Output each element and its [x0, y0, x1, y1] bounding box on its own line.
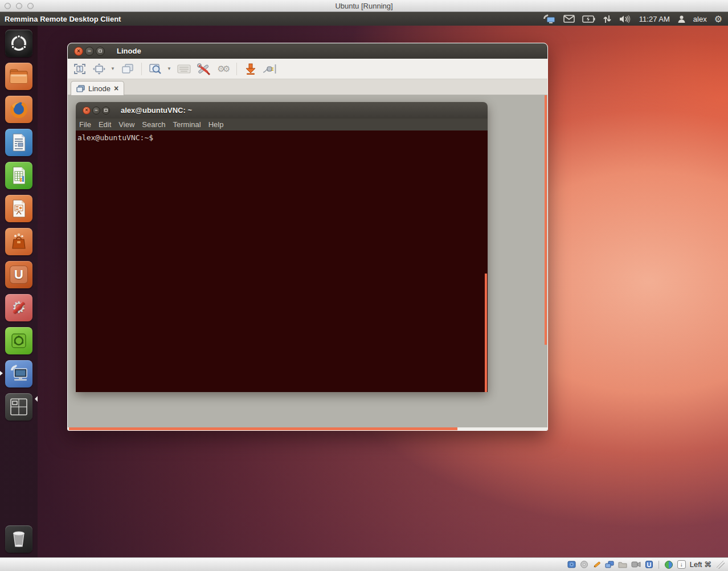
connection-tab-linode[interactable]: Linode ×	[71, 81, 124, 95]
remmina-minimize-button[interactable]: –	[85, 47, 94, 56]
remmina-icon	[8, 363, 30, 385]
launcher-item-dash-home[interactable]	[5, 30, 32, 57]
terminal-scrollbar[interactable]	[485, 274, 487, 392]
scaled-mode-icon	[92, 63, 106, 75]
fullscreen-button[interactable]: 1	[72, 62, 88, 76]
mouse-integration-icon[interactable]	[664, 560, 673, 569]
settings-button[interactable]: ⚙⚙	[215, 62, 231, 76]
firefox-icon	[9, 99, 29, 120]
menu-view[interactable]: View	[118, 120, 134, 129]
running-indicator-arrow	[0, 371, 3, 376]
launcher-item-ubuntu-one[interactable]: U	[5, 261, 32, 288]
menu-terminal[interactable]: Terminal	[173, 120, 201, 129]
remmina-titlebar[interactable]: × – Linode	[68, 43, 547, 59]
usb-devices-icon[interactable]	[645, 560, 653, 569]
minimize-to-tray-button[interactable]	[243, 62, 259, 76]
terminal-screen[interactable]: alex@ubuntuVNC:~$	[76, 130, 488, 392]
session-gear-icon[interactable]: ⚙	[714, 14, 722, 25]
launcher-item-system-settings[interactable]: ⚙	[5, 294, 32, 321]
focused-indicator-arrow	[35, 396, 38, 402]
keyboard-icon	[177, 64, 191, 74]
tab-label: Linode	[88, 84, 111, 93]
plug-icon	[263, 63, 277, 75]
menu-edit[interactable]: Edit	[99, 120, 111, 129]
zoom-icon	[149, 63, 162, 75]
calc-spreadsheet-icon	[9, 165, 28, 186]
tools-icon	[196, 62, 211, 76]
launcher-item-libreoffice-writer[interactable]	[5, 129, 32, 156]
keyboard-capture-icon[interactable]: ↓	[677, 560, 686, 569]
remmina-close-button[interactable]: ×	[74, 47, 83, 56]
remmina-maximize-button[interactable]	[96, 47, 105, 56]
shared-folders-icon[interactable]	[618, 561, 627, 569]
software-center-bag-icon	[9, 231, 29, 252]
launcher-item-remmina[interactable]	[5, 360, 32, 388]
switch-tabs-button[interactable]	[120, 62, 136, 76]
tab-close-button[interactable]: ×	[114, 84, 118, 92]
menu-file[interactable]: File	[79, 120, 91, 129]
ubuntu-dash-icon	[9, 34, 28, 53]
tab-connection-icon	[76, 85, 85, 92]
sync-arrows-indicator-icon[interactable]	[603, 15, 612, 23]
zoom-button[interactable]	[148, 62, 163, 76]
host-key-label: Left ⌘	[690, 560, 711, 569]
remote-desktop-viewport[interactable]: × – alex@ubuntuVNC: ~ File Edit View Sea…	[68, 95, 547, 430]
shell-prompt: alex@ubuntuVNC:~$	[77, 133, 153, 142]
remmina-toolbar: 1 ▼ ▼ ⚙⚙	[68, 59, 547, 79]
terminal-minimize-button[interactable]: –	[92, 107, 100, 115]
terminal-maximize-button[interactable]	[102, 107, 110, 115]
clock[interactable]: 11:27 AM	[639, 15, 670, 23]
optical-drive-icon[interactable]	[580, 560, 588, 569]
scaled-mode-dropdown[interactable]: ▼	[111, 66, 116, 71]
unity-launcher: U ⚙	[0, 26, 38, 557]
terminal-menubar: File Edit View Search Terminal Help	[76, 119, 488, 130]
tray-arrow-icon	[245, 63, 256, 75]
remote-desktop-indicator-icon[interactable]	[542, 14, 556, 24]
tools-button[interactable]	[195, 62, 211, 76]
trash-icon	[9, 529, 28, 549]
volume-indicator-icon[interactable]	[619, 15, 632, 23]
menu-search[interactable]: Search	[142, 120, 165, 129]
fullscreen-icon: 1	[73, 63, 86, 75]
terminal-close-button[interactable]: ×	[83, 107, 91, 115]
user-indicator-icon[interactable]	[677, 15, 686, 23]
active-app-title: Remmina Remote Desktop Client	[5, 15, 121, 23]
launcher-item-ubuntu-tweak[interactable]	[5, 327, 32, 354]
viewport-vertical-scrollbar[interactable]	[545, 95, 547, 345]
username-label[interactable]: alex	[693, 15, 707, 23]
launcher-item-firefox[interactable]	[5, 96, 32, 123]
resize-grip[interactable]	[717, 561, 725, 569]
terminal-window: × – alex@ubuntuVNC: ~ File Edit View Sea…	[76, 102, 488, 392]
workspace-grid-icon	[9, 397, 29, 417]
network-adapters-icon[interactable]	[605, 560, 614, 569]
terminal-titlebar[interactable]: × – alex@ubuntuVNC: ~	[76, 102, 488, 119]
toolbar-separator	[236, 63, 237, 75]
indicator-area: 11:27 AM alex ⚙	[542, 14, 728, 25]
viewport-horizontal-scrollbar[interactable]	[69, 427, 457, 430]
launcher-item-software-center[interactable]	[5, 228, 32, 255]
launcher-item-libreoffice-impress[interactable]	[5, 195, 32, 222]
impress-presentation-icon	[9, 198, 28, 219]
folder-icon	[9, 67, 29, 86]
virtualbox-vm-window: Ubuntu [Running] Remmina Remote Desktop …	[0, 0, 728, 571]
launcher-item-files[interactable]	[5, 63, 32, 90]
video-capture-icon[interactable]	[631, 561, 641, 568]
menu-help[interactable]: Help	[208, 120, 224, 129]
tablet-pen-icon[interactable]	[592, 560, 601, 569]
launcher-item-trash[interactable]	[5, 525, 32, 553]
launcher-item-workspace-switcher[interactable]	[5, 393, 32, 421]
mail-indicator-icon[interactable]	[563, 15, 575, 23]
statusbar-separator	[659, 561, 659, 569]
disconnect-button[interactable]	[262, 62, 278, 76]
grab-keyboard-button[interactable]	[176, 62, 192, 76]
ubuntu-one-icon: U	[10, 266, 28, 284]
tweak-gear-icon	[9, 331, 29, 351]
scaled-mode-button[interactable]	[91, 62, 107, 76]
writer-document-icon	[9, 132, 28, 153]
gears-icon: ⚙⚙	[218, 64, 228, 74]
launcher-item-libreoffice-calc[interactable]	[5, 162, 32, 189]
hard-disk-icon[interactable]	[567, 560, 576, 569]
battery-indicator-icon[interactable]	[582, 15, 595, 23]
zoom-dropdown[interactable]: ▼	[167, 66, 173, 71]
ubuntu-top-panel: Remmina Remote Desktop Client 11:27 AM a…	[0, 12, 728, 26]
